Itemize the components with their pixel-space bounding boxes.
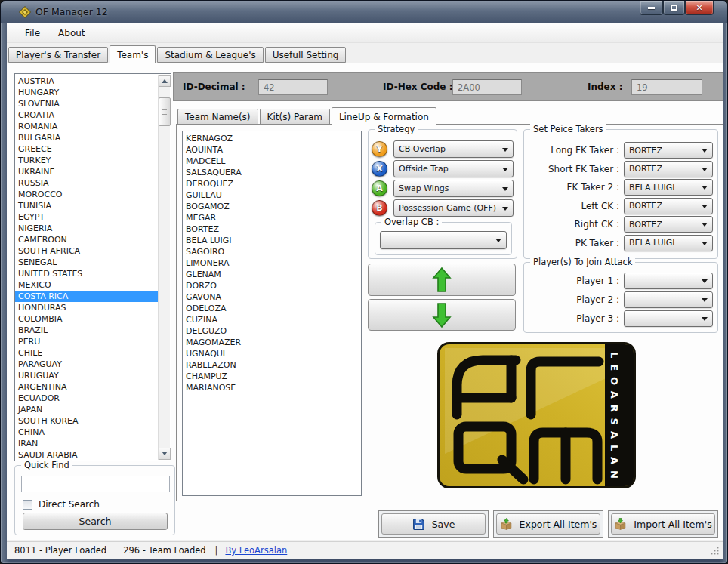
credit-link[interactable]: By LeoArsalan: [225, 545, 287, 556]
country-list-item[interactable]: HUNGARY: [15, 87, 158, 98]
resize-grip[interactable]: [710, 546, 720, 556]
quick-find-input[interactable]: [21, 476, 170, 492]
player-list-item[interactable]: MADCELL: [183, 156, 361, 167]
team-tab[interactable]: Kit(s) Param: [260, 109, 330, 125]
country-list-item[interactable]: ROMANIA: [15, 121, 158, 132]
country-list-item[interactable]: PERU: [15, 336, 158, 347]
player-list-item[interactable]: CUZINA: [183, 314, 361, 325]
move-down-button[interactable]: [368, 299, 516, 331]
strategy-dropdown[interactable]: Offside Trap: [393, 160, 514, 177]
player-list-item[interactable]: GAVONA: [183, 291, 361, 303]
country-list-item[interactable]: ARGENTINA: [15, 381, 158, 393]
title-bar[interactable]: OF Manager 12 ✕: [1, 1, 727, 23]
player-list-item[interactable]: GUILLAU: [183, 190, 361, 201]
strategy-dropdown[interactable]: CB Overlap: [393, 140, 514, 158]
player-list-item[interactable]: RABLLAZON: [183, 359, 361, 371]
country-list-item[interactable]: SENEGAL: [15, 257, 158, 268]
country-list-item[interactable]: TURKEY: [15, 155, 158, 166]
country-list-item[interactable]: HONDURAS: [15, 302, 158, 313]
player-list-item[interactable]: KERNAGOZ: [183, 133, 361, 144]
country-list-item[interactable]: CAMEROON: [15, 234, 158, 245]
player-list-item[interactable]: SALSAQUERA: [183, 167, 361, 178]
player-list-item[interactable]: BELA LUIGI: [183, 235, 361, 246]
close-button[interactable]: ✕: [685, 1, 714, 15]
direct-search-label: Direct Search: [39, 499, 100, 510]
country-list-item[interactable]: MOROCCO: [15, 189, 158, 200]
country-list-item[interactable]: UNITED STATES: [15, 268, 158, 279]
country-list-item[interactable]: CROATIA: [15, 109, 158, 121]
scroll-up-button[interactable]: [159, 75, 171, 87]
scroll-down-button[interactable]: [159, 448, 171, 460]
minimize-button[interactable]: [640, 1, 663, 15]
player-list-item[interactable]: MAGOMAZER: [183, 337, 361, 348]
player-list-item[interactable]: ODELOZA: [183, 303, 361, 314]
player-list-item[interactable]: UGNAQUI: [183, 348, 361, 359]
country-list-item[interactable]: JAPAN: [15, 404, 158, 415]
country-list-item[interactable]: MEXICO: [15, 279, 158, 291]
join-attack-dropdown[interactable]: [624, 273, 713, 289]
country-list-item[interactable]: COLOMBIA: [15, 313, 158, 325]
set-piece-dropdown[interactable]: BORTEZ: [624, 142, 713, 159]
set-piece-dropdown[interactable]: BORTEZ: [624, 161, 713, 177]
set-piece-dropdown[interactable]: BELA LUIGI: [624, 179, 713, 196]
save-button[interactable]: Save: [381, 513, 486, 535]
set-piece-dropdown[interactable]: BORTEZ: [624, 198, 713, 214]
search-button[interactable]: Search: [23, 513, 168, 530]
country-list-item[interactable]: SLOVENIA: [15, 98, 158, 109]
country-list-item[interactable]: SOUTH AFRICA: [15, 245, 158, 257]
country-list-item[interactable]: CHINA: [15, 427, 158, 438]
strategy-dropdown[interactable]: Possession Game (OFF): [393, 199, 514, 217]
chevron-down-icon: [502, 207, 508, 214]
main-tab[interactable]: Stadium & League's: [157, 47, 263, 63]
player-list-item[interactable]: MEGAR: [183, 212, 361, 223]
join-attack-dropdown[interactable]: [624, 291, 713, 308]
player-list-item[interactable]: LIMONERA: [183, 257, 361, 269]
country-list-item[interactable]: SOUTH KOREA: [15, 415, 158, 427]
country-list-item[interactable]: URUGUAY: [15, 370, 158, 381]
main-tab[interactable]: Team's: [110, 45, 156, 63]
player-list-item[interactable]: DELGUZO: [183, 325, 361, 337]
country-list-item[interactable]: UKRAINE: [15, 166, 158, 177]
player-list-item[interactable]: BOGAMOZ: [183, 201, 361, 212]
country-list-item[interactable]: NIGERIA: [15, 223, 158, 234]
set-piece-dropdown[interactable]: BORTEZ: [624, 216, 713, 233]
country-list-item[interactable]: COSTA RICA: [15, 291, 158, 302]
country-scrollbar[interactable]: [158, 75, 170, 460]
main-tab[interactable]: Usefull Setting: [265, 47, 347, 63]
join-attack-dropdown[interactable]: [624, 310, 713, 327]
country-list-item[interactable]: RUSSIA: [15, 177, 158, 189]
menu-file[interactable]: File: [17, 26, 48, 41]
set-piece-dropdown[interactable]: BELA LUIGI: [624, 235, 713, 251]
strategy-dropdown[interactable]: Swap Wings: [393, 180, 514, 197]
team-tab[interactable]: LineUp & Formation: [332, 107, 436, 125]
country-list-item[interactable]: CHILE: [15, 347, 158, 359]
country-list-item[interactable]: SAUDI ARABIA: [15, 449, 158, 461]
player-list-item[interactable]: CHAMPUZ: [183, 371, 361, 382]
country-list-item[interactable]: TUNISIA: [15, 200, 158, 211]
player-list-item[interactable]: MARIANOSE: [183, 382, 361, 393]
scrollbar-thumb[interactable]: [159, 97, 171, 126]
overlap-cb-dropdown[interactable]: [380, 231, 507, 249]
country-list-item[interactable]: BRAZIL: [15, 325, 158, 336]
country-list-item[interactable]: EGYPT: [15, 211, 158, 223]
export-all-button[interactable]: Export All Item's: [496, 513, 600, 535]
move-up-button[interactable]: [368, 264, 516, 296]
player-list-item[interactable]: SAGOIRO: [183, 246, 361, 257]
import-all-button[interactable]: Import All Item's: [611, 513, 715, 535]
country-list-item[interactable]: AUSTRIA: [15, 76, 158, 87]
direct-search-checkbox[interactable]: [23, 500, 32, 510]
player-list-item[interactable]: GLENAM: [183, 269, 361, 280]
country-list-item[interactable]: PARAGUAY: [15, 359, 158, 370]
country-list-item[interactable]: IRAN: [15, 438, 158, 449]
team-tab[interactable]: Team Name(s): [177, 109, 258, 125]
player-list-item[interactable]: DORZO: [183, 280, 361, 291]
country-list-item[interactable]: GREECE: [15, 143, 158, 155]
player-list-item[interactable]: DEROQUEZ: [183, 178, 361, 190]
maximize-button[interactable]: [663, 1, 685, 15]
country-list-item[interactable]: ECUADOR: [15, 393, 158, 404]
country-list-item[interactable]: BULGARIA: [15, 132, 158, 143]
player-list-item[interactable]: BORTEZ: [183, 223, 361, 235]
main-tab[interactable]: Player's & Transfer: [8, 47, 108, 63]
player-list-item[interactable]: AQUINTA: [183, 144, 361, 156]
menu-about[interactable]: About: [51, 26, 92, 41]
